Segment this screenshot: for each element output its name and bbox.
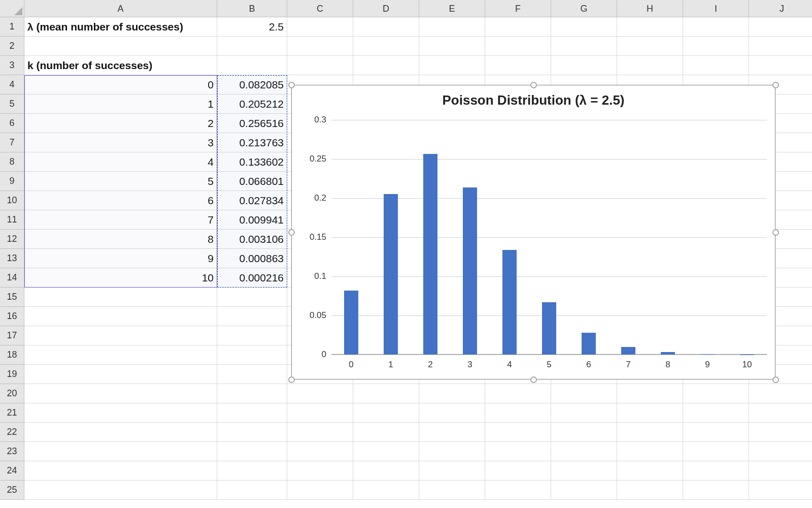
cell-B12[interactable]: 0.003106: [217, 230, 287, 249]
row-head-12[interactable]: 12: [0, 230, 24, 249]
row-head-17[interactable]: 17: [0, 326, 24, 345]
cell-E22[interactable]: [419, 423, 485, 442]
cell-G23[interactable]: [551, 442, 617, 461]
cell-B21[interactable]: [217, 403, 287, 423]
row-head-25[interactable]: 25: [0, 481, 24, 500]
cell-G25[interactable]: [551, 481, 617, 500]
row-head-19[interactable]: 19: [0, 365, 24, 384]
cell-H24[interactable]: [617, 461, 683, 481]
row-head-10[interactable]: 10: [0, 191, 24, 210]
cell-B17[interactable]: [217, 326, 287, 345]
cell-B11[interactable]: 0.009941: [217, 210, 287, 230]
cell-I2[interactable]: [683, 37, 749, 56]
cell-F22[interactable]: [485, 423, 551, 442]
cell-H2[interactable]: [617, 37, 683, 56]
cell-I25[interactable]: [683, 481, 749, 500]
row-head-7[interactable]: 7: [0, 133, 24, 152]
cell-J2[interactable]: [749, 37, 812, 56]
cell-D3[interactable]: [353, 56, 419, 75]
cell-A17[interactable]: [24, 326, 217, 345]
cell-D23[interactable]: [353, 442, 419, 461]
cell-B1[interactable]: 2.5: [217, 17, 287, 37]
cell-B9[interactable]: 0.066801: [217, 172, 287, 191]
cell-E20[interactable]: [419, 384, 485, 403]
cell-B13[interactable]: 0.000863: [217, 249, 287, 268]
cell-E25[interactable]: [419, 481, 485, 500]
cell-D20[interactable]: [353, 384, 419, 403]
cell-C2[interactable]: [287, 37, 353, 56]
cell-A16[interactable]: [24, 307, 217, 326]
cell-I1[interactable]: [683, 17, 749, 37]
select-all-corner[interactable]: [0, 0, 24, 17]
cell-F2[interactable]: [485, 37, 551, 56]
cell-A23[interactable]: [24, 442, 217, 461]
cell-A14[interactable]: 10: [24, 268, 217, 288]
cell-C24[interactable]: [287, 461, 353, 481]
cell-H21[interactable]: [617, 403, 683, 423]
cell-I24[interactable]: [683, 461, 749, 481]
cell-A13[interactable]: 9: [24, 249, 217, 268]
col-head-C[interactable]: C: [287, 0, 353, 17]
cell-E2[interactable]: [419, 37, 485, 56]
col-head-F[interactable]: F: [485, 0, 551, 17]
cell-B4[interactable]: 0.082085: [217, 75, 287, 94]
row-head-1[interactable]: 1: [0, 17, 24, 37]
row-head-2[interactable]: 2: [0, 37, 24, 56]
cell-H23[interactable]: [617, 442, 683, 461]
row-head-14[interactable]: 14: [0, 268, 24, 288]
row-head-4[interactable]: 4: [0, 75, 24, 94]
cell-A5[interactable]: 1: [24, 94, 217, 114]
cell-C3[interactable]: [287, 56, 353, 75]
row-head-6[interactable]: 6: [0, 114, 24, 133]
cell-B5[interactable]: 0.205212: [217, 94, 287, 114]
cell-B20[interactable]: [217, 384, 287, 403]
cell-A2[interactable]: [24, 37, 217, 56]
cell-F3[interactable]: [485, 56, 551, 75]
col-head-D[interactable]: D: [353, 0, 419, 17]
cell-D21[interactable]: [353, 403, 419, 423]
cell-B2[interactable]: [217, 37, 287, 56]
cell-I20[interactable]: [683, 384, 749, 403]
cell-B15[interactable]: [217, 288, 287, 307]
cell-B10[interactable]: 0.027834: [217, 191, 287, 210]
cell-J1[interactable]: [749, 17, 812, 37]
row-headers[interactable]: 1234567891011121314151617181920212223242…: [0, 17, 24, 500]
row-head-21[interactable]: 21: [0, 403, 24, 423]
column-headers[interactable]: ABCDEFGHIJ: [24, 0, 812, 17]
cell-E23[interactable]: [419, 442, 485, 461]
row-head-18[interactable]: 18: [0, 345, 24, 365]
row-head-3[interactable]: 3: [0, 56, 24, 75]
cell-B19[interactable]: [217, 365, 287, 384]
cell-A11[interactable]: 7: [24, 210, 217, 230]
row-head-5[interactable]: 5: [0, 94, 24, 114]
col-head-J[interactable]: J: [749, 0, 812, 17]
cell-G20[interactable]: [551, 384, 617, 403]
cell-F24[interactable]: [485, 461, 551, 481]
cell-F25[interactable]: [485, 481, 551, 500]
cell-C22[interactable]: [287, 423, 353, 442]
cell-H1[interactable]: [617, 17, 683, 37]
cell-A9[interactable]: 5: [24, 172, 217, 191]
cell-D24[interactable]: [353, 461, 419, 481]
cell-J20[interactable]: [749, 384, 812, 403]
cell-F21[interactable]: [485, 403, 551, 423]
spreadsheet[interactable]: ABCDEFGHIJ 12345678910111213141516171819…: [0, 0, 812, 508]
cell-C20[interactable]: [287, 384, 353, 403]
cell-J21[interactable]: [749, 403, 812, 423]
cell-A6[interactable]: 2: [24, 114, 217, 133]
cell-B16[interactable]: [217, 307, 287, 326]
cell-A20[interactable]: [24, 384, 217, 403]
cell-H20[interactable]: [617, 384, 683, 403]
cell-I22[interactable]: [683, 423, 749, 442]
cell-D22[interactable]: [353, 423, 419, 442]
row-head-22[interactable]: 22: [0, 423, 24, 442]
cell-A24[interactable]: [24, 461, 217, 481]
embedded-chart[interactable]: Poisson Distribution (λ = 2.5) 00.050.10…: [291, 85, 775, 379]
cell-A12[interactable]: 8: [24, 230, 217, 249]
row-head-13[interactable]: 13: [0, 249, 24, 268]
cell-A8[interactable]: 4: [24, 152, 217, 172]
cell-C23[interactable]: [287, 442, 353, 461]
cell-B8[interactable]: 0.133602: [217, 152, 287, 172]
row-head-9[interactable]: 9: [0, 172, 24, 191]
cell-I21[interactable]: [683, 403, 749, 423]
